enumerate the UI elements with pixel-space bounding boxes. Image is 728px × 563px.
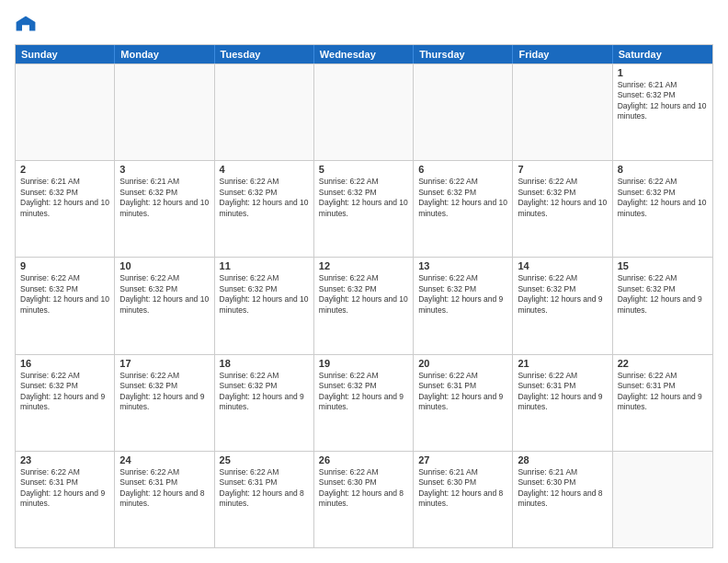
day-number: 18 (220, 358, 309, 369)
day-number: 4 (220, 164, 309, 175)
day-info: Sunrise: 6:22 AM Sunset: 6:32 PM Dayligh… (319, 273, 408, 316)
day-number: 28 (518, 454, 607, 465)
day-number: 17 (119, 358, 209, 369)
header (15, 15, 713, 37)
day-info: Sunrise: 6:22 AM Sunset: 6:32 PM Dayligh… (119, 273, 209, 316)
table-row: 20Sunrise: 6:22 AM Sunset: 6:31 PM Dayli… (414, 355, 513, 451)
day-number: 19 (319, 358, 408, 369)
table-row: 13Sunrise: 6:22 AM Sunset: 6:32 PM Dayli… (414, 258, 513, 353)
table-row: 19Sunrise: 6:22 AM Sunset: 6:32 PM Dayli… (314, 355, 414, 451)
table-row: 6Sunrise: 6:22 AM Sunset: 6:32 PM Daylig… (414, 161, 513, 257)
day-number: 24 (119, 454, 209, 465)
day-number: 3 (119, 164, 209, 175)
table-row: 8Sunrise: 6:22 AM Sunset: 6:32 PM Daylig… (613, 161, 712, 257)
calendar-row: 1Sunrise: 6:21 AM Sunset: 6:32 PM Daylig… (16, 63, 712, 160)
table-row: 2Sunrise: 6:21 AM Sunset: 6:32 PM Daylig… (16, 161, 115, 257)
day-number: 23 (20, 454, 109, 465)
table-row: 22Sunrise: 6:22 AM Sunset: 6:31 PM Dayli… (613, 355, 712, 451)
day-info: Sunrise: 6:22 AM Sunset: 6:32 PM Dayligh… (618, 273, 708, 316)
table-row: 3Sunrise: 6:21 AM Sunset: 6:32 PM Daylig… (115, 161, 214, 257)
calendar-row: 16Sunrise: 6:22 AM Sunset: 6:32 PM Dayli… (16, 354, 712, 451)
header-sunday: Sunday (16, 45, 115, 63)
day-info: Sunrise: 6:21 AM Sunset: 6:30 PM Dayligh… (518, 467, 607, 510)
table-row (115, 64, 214, 160)
table-row: 5Sunrise: 6:22 AM Sunset: 6:32 PM Daylig… (314, 161, 414, 257)
day-number: 26 (319, 454, 408, 465)
table-row: 28Sunrise: 6:21 AM Sunset: 6:30 PM Dayli… (513, 452, 612, 547)
day-number: 15 (618, 260, 708, 271)
day-info: Sunrise: 6:22 AM Sunset: 6:32 PM Dayligh… (20, 273, 109, 316)
day-number: 12 (319, 260, 408, 271)
table-row: 12Sunrise: 6:22 AM Sunset: 6:32 PM Dayli… (314, 258, 414, 353)
table-row (314, 64, 414, 160)
logo-icon (15, 15, 37, 37)
day-info: Sunrise: 6:22 AM Sunset: 6:32 PM Dayligh… (418, 177, 507, 219)
day-number: 9 (20, 260, 109, 271)
table-row (414, 64, 513, 160)
day-info: Sunrise: 6:22 AM Sunset: 6:32 PM Dayligh… (220, 177, 309, 219)
day-number: 14 (518, 260, 607, 271)
header-thursday: Thursday (414, 45, 513, 63)
day-info: Sunrise: 6:22 AM Sunset: 6:32 PM Dayligh… (518, 177, 607, 219)
day-info: Sunrise: 6:22 AM Sunset: 6:31 PM Dayligh… (618, 371, 708, 413)
day-info: Sunrise: 6:22 AM Sunset: 6:32 PM Dayligh… (418, 273, 507, 316)
table-row: 23Sunrise: 6:22 AM Sunset: 6:31 PM Dayli… (16, 452, 115, 547)
table-row: 24Sunrise: 6:22 AM Sunset: 6:31 PM Dayli… (115, 452, 214, 547)
table-row: 11Sunrise: 6:22 AM Sunset: 6:32 PM Dayli… (215, 258, 314, 353)
header-tuesday: Tuesday (215, 45, 314, 63)
table-row (215, 64, 314, 160)
logo (15, 15, 40, 37)
header-monday: Monday (115, 45, 214, 63)
day-number: 5 (319, 164, 408, 175)
header-wednesday: Wednesday (314, 45, 414, 63)
table-row: 17Sunrise: 6:22 AM Sunset: 6:32 PM Dayli… (115, 355, 214, 451)
calendar-row: 23Sunrise: 6:22 AM Sunset: 6:31 PM Dayli… (16, 451, 712, 547)
day-number: 20 (418, 358, 507, 369)
day-info: Sunrise: 6:22 AM Sunset: 6:32 PM Dayligh… (119, 371, 209, 413)
day-info: Sunrise: 6:21 AM Sunset: 6:32 PM Dayligh… (20, 177, 109, 219)
calendar-body: 1Sunrise: 6:21 AM Sunset: 6:32 PM Daylig… (16, 63, 712, 547)
day-number: 25 (220, 454, 309, 465)
calendar-header: Sunday Monday Tuesday Wednesday Thursday… (16, 45, 712, 63)
table-row: 14Sunrise: 6:22 AM Sunset: 6:32 PM Dayli… (513, 258, 612, 353)
day-info: Sunrise: 6:22 AM Sunset: 6:32 PM Dayligh… (518, 273, 607, 316)
day-info: Sunrise: 6:21 AM Sunset: 6:32 PM Dayligh… (119, 177, 209, 219)
table-row: 26Sunrise: 6:22 AM Sunset: 6:30 PM Dayli… (314, 452, 414, 547)
day-number: 8 (618, 164, 708, 175)
day-info: Sunrise: 6:22 AM Sunset: 6:32 PM Dayligh… (618, 177, 708, 219)
table-row: 10Sunrise: 6:22 AM Sunset: 6:32 PM Dayli… (115, 258, 214, 353)
page: Sunday Monday Tuesday Wednesday Thursday… (0, 0, 728, 563)
day-info: Sunrise: 6:22 AM Sunset: 6:31 PM Dayligh… (119, 467, 209, 510)
day-info: Sunrise: 6:22 AM Sunset: 6:32 PM Dayligh… (319, 177, 408, 219)
table-row (613, 452, 712, 547)
table-row (513, 64, 612, 160)
day-info: Sunrise: 6:22 AM Sunset: 6:31 PM Dayligh… (518, 371, 607, 413)
table-row: 27Sunrise: 6:21 AM Sunset: 6:30 PM Dayli… (414, 452, 513, 547)
day-info: Sunrise: 6:22 AM Sunset: 6:32 PM Dayligh… (220, 371, 309, 413)
table-row: 16Sunrise: 6:22 AM Sunset: 6:32 PM Dayli… (16, 355, 115, 451)
table-row (16, 64, 115, 160)
day-info: Sunrise: 6:22 AM Sunset: 6:30 PM Dayligh… (319, 467, 408, 510)
day-number: 22 (618, 358, 708, 369)
day-info: Sunrise: 6:22 AM Sunset: 6:32 PM Dayligh… (319, 371, 408, 413)
calendar-row: 2Sunrise: 6:21 AM Sunset: 6:32 PM Daylig… (16, 160, 712, 257)
table-row: 25Sunrise: 6:22 AM Sunset: 6:31 PM Dayli… (215, 452, 314, 547)
table-row: 7Sunrise: 6:22 AM Sunset: 6:32 PM Daylig… (513, 161, 612, 257)
day-number: 27 (418, 454, 507, 465)
table-row: 18Sunrise: 6:22 AM Sunset: 6:32 PM Dayli… (215, 355, 314, 451)
day-number: 16 (20, 358, 109, 369)
day-number: 11 (220, 260, 309, 271)
day-info: Sunrise: 6:22 AM Sunset: 6:31 PM Dayligh… (220, 467, 309, 510)
table-row: 1Sunrise: 6:21 AM Sunset: 6:32 PM Daylig… (613, 64, 712, 160)
day-number: 7 (518, 164, 607, 175)
header-friday: Friday (513, 45, 612, 63)
table-row: 15Sunrise: 6:22 AM Sunset: 6:32 PM Dayli… (613, 258, 712, 353)
day-info: Sunrise: 6:22 AM Sunset: 6:31 PM Dayligh… (418, 371, 507, 413)
day-info: Sunrise: 6:22 AM Sunset: 6:32 PM Dayligh… (220, 273, 309, 316)
calendar: Sunday Monday Tuesday Wednesday Thursday… (15, 44, 713, 548)
day-number: 2 (20, 164, 109, 175)
table-row: 4Sunrise: 6:22 AM Sunset: 6:32 PM Daylig… (215, 161, 314, 257)
day-info: Sunrise: 6:22 AM Sunset: 6:32 PM Dayligh… (20, 371, 109, 413)
day-info: Sunrise: 6:22 AM Sunset: 6:31 PM Dayligh… (20, 467, 109, 510)
day-number: 21 (518, 358, 607, 369)
